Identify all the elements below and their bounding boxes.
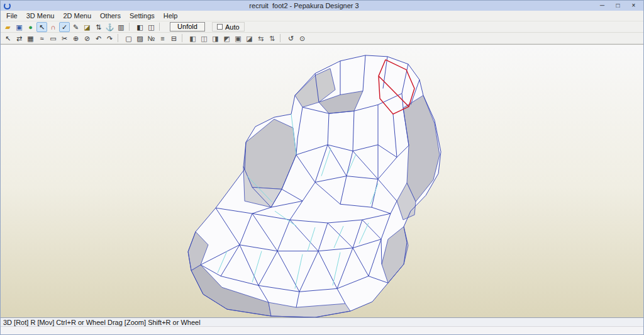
open-file-icon[interactable]: ▰ bbox=[3, 22, 13, 32]
close-button[interactable]: × bbox=[626, 1, 641, 10]
select-2d-icon[interactable]: ↖ bbox=[3, 33, 13, 43]
maximize-button[interactable]: □ bbox=[610, 1, 626, 10]
align-bottom-icon[interactable]: ◪ bbox=[244, 33, 255, 43]
pepakura-window: recruit foot2 - Pepakura Designer 3 ─ □ … bbox=[0, 0, 644, 335]
view-2d-window-icon[interactable]: ◫ bbox=[146, 22, 157, 32]
titlebar: recruit foot2 - Pepakura Designer 3 ─ □ … bbox=[1, 1, 643, 11]
copy-layout-icon[interactable]: ▥ bbox=[116, 22, 126, 32]
material-ball-icon[interactable]: ● bbox=[25, 22, 36, 32]
distribute-h-icon[interactable]: ⇆ bbox=[255, 33, 266, 43]
auto-checkbox-box[interactable] bbox=[217, 24, 223, 30]
menu-others[interactable]: Others bbox=[96, 11, 125, 21]
ruler-icon[interactable]: ▭ bbox=[48, 33, 58, 43]
align-left-icon[interactable]: ◧ bbox=[187, 33, 198, 43]
window-controls: ─ □ × bbox=[594, 1, 641, 10]
distribute-v-icon[interactable]: ⇅ bbox=[267, 33, 277, 43]
minimize-button[interactable]: ─ bbox=[594, 1, 610, 10]
app-icon bbox=[4, 3, 11, 9]
menu-3d[interactable]: 3D Menu bbox=[22, 11, 59, 21]
align-middle-icon[interactable]: ▣ bbox=[233, 33, 243, 43]
edge-style-icon[interactable]: ▨ bbox=[135, 33, 145, 43]
statusbar: 3D [Rot] R [Mov] Ctrl+R or Wheel Drag [Z… bbox=[1, 317, 643, 326]
menu-help[interactable]: Help bbox=[159, 11, 182, 21]
pen-icon[interactable]: ✎ bbox=[70, 22, 81, 32]
layers-icon[interactable]: ≡ bbox=[157, 33, 168, 43]
viewport-3d[interactable] bbox=[1, 44, 643, 317]
statusbar-text: 3D [Rot] R [Mov] Ctrl+R or Wheel Drag [Z… bbox=[3, 319, 201, 326]
rotate-ccw-icon[interactable]: ↶ bbox=[93, 33, 104, 43]
print-area-icon[interactable]: ⊟ bbox=[169, 33, 179, 43]
magnet-icon[interactable]: ∩ bbox=[48, 22, 58, 32]
toolbar-separator bbox=[129, 23, 132, 31]
pan-2d-icon[interactable]: ⇄ bbox=[14, 33, 25, 43]
menu-2d[interactable]: 2D Menu bbox=[58, 11, 96, 21]
rotate-cw-icon[interactable]: ↷ bbox=[104, 33, 115, 43]
select-box-icon[interactable]: ▢ bbox=[123, 33, 134, 43]
part-number-icon[interactable]: № bbox=[146, 33, 157, 43]
join-parts-icon[interactable]: ⊕ bbox=[70, 33, 81, 43]
menubar: File3D Menu2D MenuOthersSettingsHelp bbox=[1, 11, 643, 21]
fold-lines-icon[interactable]: ≈ bbox=[36, 33, 47, 43]
save-icon[interactable]: ▣ bbox=[14, 22, 25, 32]
menu-file[interactable]: File bbox=[2, 11, 22, 21]
statusbar-lower-strip bbox=[1, 326, 643, 334]
unfold-button[interactable]: Unfold bbox=[170, 22, 205, 31]
zoom-reset-icon[interactable]: ↺ bbox=[286, 33, 296, 43]
toolbar-separator bbox=[159, 23, 162, 31]
toolbar-separator bbox=[118, 34, 121, 42]
select-3d-icon[interactable]: ↖ bbox=[36, 22, 47, 32]
menu-settings[interactable]: Settings bbox=[125, 11, 159, 21]
check-faces-icon[interactable]: ✓ bbox=[59, 22, 70, 32]
anchor-icon[interactable]: ⚓ bbox=[104, 22, 115, 32]
zoom-selection-icon[interactable]: ⊙ bbox=[297, 33, 308, 43]
paint-face-icon[interactable]: ◪ bbox=[82, 22, 92, 32]
align-top-icon[interactable]: ◩ bbox=[221, 33, 232, 43]
auto-checkbox[interactable]: Auto bbox=[212, 22, 245, 31]
auto-checkbox-label: Auto bbox=[225, 23, 240, 31]
grid-icon[interactable]: ▦ bbox=[25, 33, 36, 43]
toolbar-2d-edit: ↖⇄▦≈▭✂⊕⊘↶↷▢▨№≡⊟◧◫◨◩▣◪⇆⇅↺⊙ bbox=[1, 33, 643, 44]
divide-parts-icon[interactable]: ⊘ bbox=[82, 33, 92, 43]
view-3d-window-icon[interactable]: ◧ bbox=[135, 22, 145, 32]
window-title: recruit foot2 - Pepakura Designer 3 bbox=[14, 2, 594, 9]
model-foot-wireframe[interactable] bbox=[1, 45, 643, 317]
toolbar-main: ▰▣●↖∩✓✎◪⇅⚓▥◧◫ Unfold Auto bbox=[1, 21, 643, 33]
align-center-h-icon[interactable]: ◫ bbox=[199, 33, 209, 43]
align-right-icon[interactable]: ◨ bbox=[210, 33, 221, 43]
scissors-icon[interactable]: ✂ bbox=[59, 33, 70, 43]
toolbar-separator bbox=[182, 34, 185, 42]
toolbar-separator bbox=[280, 34, 283, 42]
swap-updown-icon[interactable]: ⇅ bbox=[93, 22, 104, 32]
